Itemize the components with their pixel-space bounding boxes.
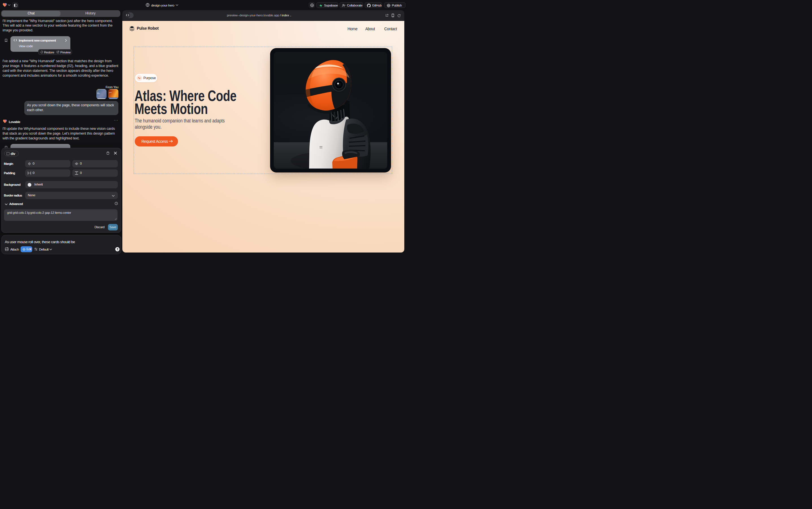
svg-text:?: ? (116, 202, 117, 204)
